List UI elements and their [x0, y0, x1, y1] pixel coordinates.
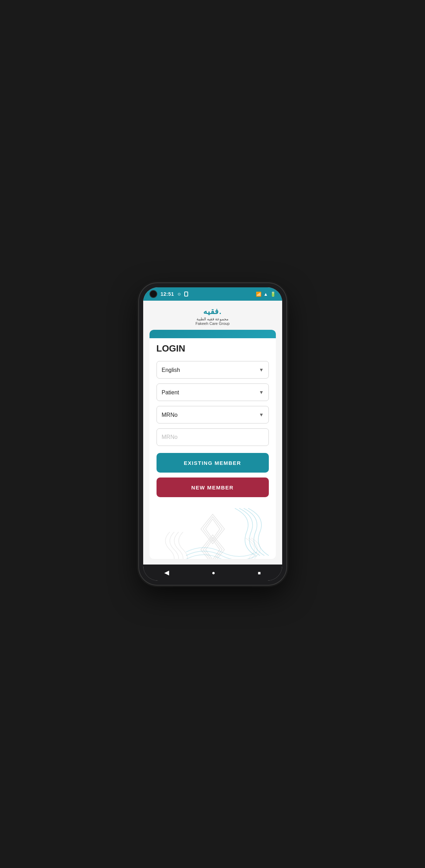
nav-back-button[interactable]: [157, 566, 176, 579]
nav-recent-button[interactable]: [251, 566, 267, 579]
status-bar: 12:51 ⊙ 📶 ▲ 🔋: [143, 287, 282, 301]
wifi-icon: 📶: [256, 292, 261, 297]
sim-icon: [184, 292, 188, 296]
role-field-group: Patient Doctor Staff ▼: [157, 383, 269, 401]
status-icons-right: 📶 ▲ 🔋: [256, 292, 276, 297]
phone-shell: 12:51 ⊙ 📶 ▲ 🔋 فقيه. مجموعة فقيه الطبية F…: [139, 283, 286, 585]
logo-english-subtitle: Fakeeh Care Group: [195, 321, 230, 326]
login-title: LOGIN: [157, 343, 269, 354]
circle-status-icon: ⊙: [178, 292, 181, 296]
logo-arabic-subtitle: مجموعة فقيه الطبية: [197, 317, 228, 321]
decorative-pattern: [157, 506, 269, 559]
camera-dot: [150, 290, 157, 298]
language-field-group: English Arabic ▼: [157, 361, 269, 379]
language-select[interactable]: English Arabic: [157, 361, 269, 379]
role-select[interactable]: Patient Doctor Staff: [157, 383, 269, 401]
login-card: LOGIN English Arabic ▼ Pati: [150, 330, 276, 559]
login-type-select[interactable]: MRNo National ID Passport: [157, 406, 269, 423]
login-type-field-group: MRNo National ID Passport ▼: [157, 406, 269, 423]
status-time: 12:51: [161, 291, 174, 297]
app-content: فقيه. مجموعة فقيه الطبية Fakeeh Care Gro…: [143, 301, 282, 565]
battery-icon: 🔋: [270, 292, 276, 297]
logo-arabic: فقيه.: [203, 307, 221, 316]
mrno-input[interactable]: [157, 428, 269, 446]
nav-bar: [143, 565, 282, 581]
mrno-field-group: [157, 428, 269, 446]
language-select-wrapper[interactable]: English Arabic ▼: [157, 361, 269, 379]
nav-home-button[interactable]: [205, 566, 222, 579]
decorative-area: [157, 503, 269, 559]
signal-icon: ▲: [264, 292, 268, 297]
phone-screen: 12:51 ⊙ 📶 ▲ 🔋 فقيه. مجموعة فقيه الطبية F…: [143, 287, 282, 581]
login-card-header: [150, 330, 276, 338]
logo-area: فقيه. مجموعة فقيه الطبية Fakeeh Care Gro…: [143, 301, 282, 330]
login-type-select-wrapper[interactable]: MRNo National ID Passport ▼: [157, 406, 269, 423]
existing-member-button[interactable]: EXISTING MEMBER: [157, 453, 269, 473]
new-member-button[interactable]: NEW MEMBER: [157, 478, 269, 497]
status-left: 12:51 ⊙: [150, 290, 188, 298]
role-select-wrapper[interactable]: Patient Doctor Staff ▼: [157, 383, 269, 401]
